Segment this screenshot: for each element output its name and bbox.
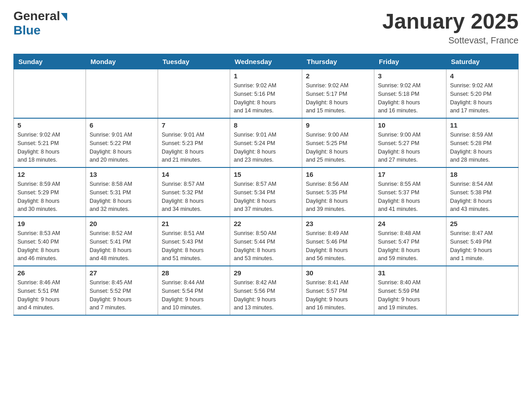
day-number: 26	[17, 269, 82, 277]
day-info: Sunrise: 8:41 AM Sunset: 5:57 PM Dayligh…	[306, 278, 370, 312]
day-number: 25	[450, 220, 515, 227]
calendar-header: SundayMondayTuesdayWednesdayThursdayFrid…	[14, 54, 519, 69]
day-info: Sunrise: 8:56 AM Sunset: 5:35 PM Dayligh…	[306, 180, 370, 214]
day-info: Sunrise: 8:58 AM Sunset: 5:31 PM Dayligh…	[90, 180, 154, 214]
logo-blue-text: Blue	[13, 23, 41, 38]
day-number: 9	[306, 121, 370, 129]
day-number: 3	[378, 72, 442, 80]
day-cell: 29Sunrise: 8:42 AM Sunset: 5:56 PM Dayli…	[230, 266, 302, 315]
day-cell: 30Sunrise: 8:41 AM Sunset: 5:57 PM Dayli…	[302, 266, 374, 315]
day-number: 1	[234, 72, 298, 80]
calendar-body: 1Sunrise: 9:02 AM Sunset: 5:16 PM Daylig…	[14, 69, 519, 316]
day-info: Sunrise: 8:47 AM Sunset: 5:49 PM Dayligh…	[450, 229, 515, 263]
day-cell: 15Sunrise: 8:57 AM Sunset: 5:34 PM Dayli…	[230, 167, 302, 217]
day-info: Sunrise: 8:53 AM Sunset: 5:40 PM Dayligh…	[17, 229, 82, 263]
day-info: Sunrise: 8:46 AM Sunset: 5:51 PM Dayligh…	[17, 278, 82, 312]
day-number: 28	[162, 269, 226, 277]
day-cell: 12Sunrise: 8:59 AM Sunset: 5:29 PM Dayli…	[14, 167, 86, 217]
day-number: 20	[90, 220, 154, 227]
day-info: Sunrise: 8:42 AM Sunset: 5:56 PM Dayligh…	[234, 278, 298, 312]
day-number: 31	[378, 269, 442, 277]
day-info: Sunrise: 8:51 AM Sunset: 5:43 PM Dayligh…	[162, 229, 226, 263]
day-number: 13	[90, 171, 154, 178]
day-cell	[158, 69, 230, 119]
day-info: Sunrise: 9:00 AM Sunset: 5:27 PM Dayligh…	[378, 131, 442, 164]
header-row: SundayMondayTuesdayWednesdayThursdayFrid…	[14, 54, 519, 69]
header-cell-saturday: Saturday	[446, 54, 519, 69]
logo-general-text: General	[13, 9, 60, 23]
day-info: Sunrise: 9:02 AM Sunset: 5:20 PM Dayligh…	[450, 81, 515, 115]
day-cell: 13Sunrise: 8:58 AM Sunset: 5:31 PM Dayli…	[86, 167, 158, 217]
day-info: Sunrise: 8:48 AM Sunset: 5:47 PM Dayligh…	[378, 229, 442, 263]
day-number: 24	[378, 220, 442, 227]
logo: General Blue	[13, 9, 67, 38]
day-cell: 18Sunrise: 8:54 AM Sunset: 5:38 PM Dayli…	[446, 167, 519, 217]
day-cell	[446, 266, 519, 315]
day-info: Sunrise: 8:57 AM Sunset: 5:34 PM Dayligh…	[234, 180, 298, 214]
day-number: 5	[17, 121, 82, 129]
day-number: 18	[450, 171, 515, 178]
day-number: 12	[17, 171, 82, 178]
page-subtitle: Sottevast, France	[382, 35, 519, 46]
header-cell-sunday: Sunday	[14, 54, 86, 69]
title-block: January 2025 Sottevast, France	[382, 9, 519, 46]
day-cell: 28Sunrise: 8:44 AM Sunset: 5:54 PM Dayli…	[158, 266, 230, 315]
day-cell: 8Sunrise: 9:01 AM Sunset: 5:24 PM Daylig…	[230, 118, 302, 167]
week-row-5: 26Sunrise: 8:46 AM Sunset: 5:51 PM Dayli…	[14, 266, 519, 315]
week-row-1: 1Sunrise: 9:02 AM Sunset: 5:16 PM Daylig…	[14, 69, 519, 119]
day-number: 6	[90, 121, 154, 129]
header-cell-thursday: Thursday	[302, 54, 374, 69]
day-cell: 16Sunrise: 8:56 AM Sunset: 5:35 PM Dayli…	[302, 167, 374, 217]
day-info: Sunrise: 8:54 AM Sunset: 5:38 PM Dayligh…	[450, 180, 515, 214]
page: General Blue January 2025 Sottevast, Fra…	[0, 0, 532, 325]
page-title: January 2025	[382, 9, 519, 34]
day-cell: 24Sunrise: 8:48 AM Sunset: 5:47 PM Dayli…	[374, 217, 446, 266]
day-info: Sunrise: 8:57 AM Sunset: 5:32 PM Dayligh…	[162, 180, 226, 214]
day-info: Sunrise: 8:50 AM Sunset: 5:44 PM Dayligh…	[234, 229, 298, 263]
day-number: 21	[162, 220, 226, 227]
day-number: 2	[306, 72, 370, 80]
day-cell	[86, 69, 158, 119]
day-cell: 19Sunrise: 8:53 AM Sunset: 5:40 PM Dayli…	[14, 217, 86, 266]
header-cell-tuesday: Tuesday	[158, 54, 230, 69]
day-info: Sunrise: 9:02 AM Sunset: 5:21 PM Dayligh…	[17, 131, 82, 164]
day-cell: 17Sunrise: 8:55 AM Sunset: 5:37 PM Dayli…	[374, 167, 446, 217]
day-cell: 1Sunrise: 9:02 AM Sunset: 5:16 PM Daylig…	[230, 69, 302, 119]
day-number: 14	[162, 171, 226, 178]
day-number: 30	[306, 269, 370, 277]
day-number: 23	[306, 220, 370, 227]
day-number: 19	[17, 220, 82, 227]
day-info: Sunrise: 8:45 AM Sunset: 5:52 PM Dayligh…	[90, 278, 154, 312]
header: General Blue January 2025 Sottevast, Fra…	[13, 9, 519, 46]
day-info: Sunrise: 9:01 AM Sunset: 5:23 PM Dayligh…	[162, 131, 226, 164]
day-number: 27	[90, 269, 154, 277]
day-info: Sunrise: 9:00 AM Sunset: 5:25 PM Dayligh…	[306, 131, 370, 164]
day-info: Sunrise: 9:02 AM Sunset: 5:16 PM Dayligh…	[234, 81, 298, 115]
day-cell: 22Sunrise: 8:50 AM Sunset: 5:44 PM Dayli…	[230, 217, 302, 266]
day-cell: 9Sunrise: 9:00 AM Sunset: 5:25 PM Daylig…	[302, 118, 374, 167]
day-cell	[14, 69, 86, 119]
calendar-table: SundayMondayTuesdayWednesdayThursdayFrid…	[13, 54, 519, 316]
day-info: Sunrise: 9:01 AM Sunset: 5:24 PM Dayligh…	[234, 131, 298, 164]
logo-triangle-icon	[61, 13, 67, 21]
day-number: 29	[234, 269, 298, 277]
day-cell: 5Sunrise: 9:02 AM Sunset: 5:21 PM Daylig…	[14, 118, 86, 167]
day-info: Sunrise: 9:02 AM Sunset: 5:17 PM Dayligh…	[306, 81, 370, 115]
day-cell: 26Sunrise: 8:46 AM Sunset: 5:51 PM Dayli…	[14, 266, 86, 315]
day-cell: 14Sunrise: 8:57 AM Sunset: 5:32 PM Dayli…	[158, 167, 230, 217]
day-info: Sunrise: 8:55 AM Sunset: 5:37 PM Dayligh…	[378, 180, 442, 214]
day-cell: 23Sunrise: 8:49 AM Sunset: 5:46 PM Dayli…	[302, 217, 374, 266]
day-cell: 10Sunrise: 9:00 AM Sunset: 5:27 PM Dayli…	[374, 118, 446, 167]
week-row-2: 5Sunrise: 9:02 AM Sunset: 5:21 PM Daylig…	[14, 118, 519, 167]
day-number: 11	[450, 121, 515, 129]
day-info: Sunrise: 8:44 AM Sunset: 5:54 PM Dayligh…	[162, 278, 226, 312]
day-info: Sunrise: 8:59 AM Sunset: 5:29 PM Dayligh…	[17, 180, 82, 214]
header-cell-wednesday: Wednesday	[230, 54, 302, 69]
day-cell: 27Sunrise: 8:45 AM Sunset: 5:52 PM Dayli…	[86, 266, 158, 315]
day-number: 10	[378, 121, 442, 129]
week-row-3: 12Sunrise: 8:59 AM Sunset: 5:29 PM Dayli…	[14, 167, 519, 217]
day-cell: 4Sunrise: 9:02 AM Sunset: 5:20 PM Daylig…	[446, 69, 519, 119]
day-cell: 25Sunrise: 8:47 AM Sunset: 5:49 PM Dayli…	[446, 217, 519, 266]
day-number: 7	[162, 121, 226, 129]
week-row-4: 19Sunrise: 8:53 AM Sunset: 5:40 PM Dayli…	[14, 217, 519, 266]
